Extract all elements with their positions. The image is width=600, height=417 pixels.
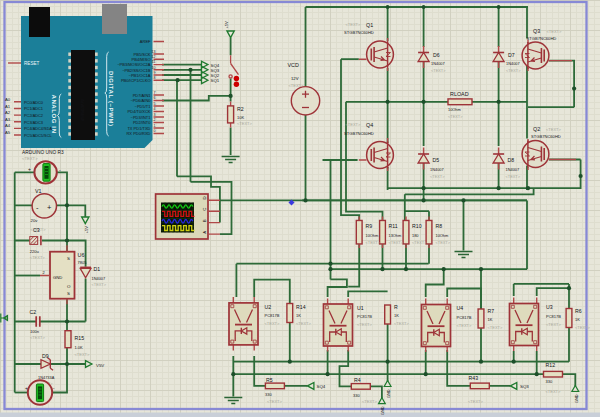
svg-text:GND: GND bbox=[381, 406, 385, 415]
svg-text:8: 8 bbox=[154, 76, 156, 80]
svg-text:A: A bbox=[202, 231, 207, 234]
svg-text:R8: R8 bbox=[436, 223, 443, 229]
svg-text:PC5/ADC5/SCL: PC5/ADC5/SCL bbox=[24, 133, 53, 138]
svg-text:20v: 20v bbox=[31, 218, 39, 223]
svg-text:R4: R4 bbox=[354, 377, 361, 383]
svg-text:<TEXT>: <TEXT> bbox=[30, 255, 46, 260]
svg-text:B: B bbox=[202, 219, 207, 222]
svg-text:C: C bbox=[202, 208, 207, 211]
svg-text:D1: D1 bbox=[94, 266, 101, 272]
svg-text:+5V: +5V bbox=[84, 226, 89, 234]
svg-text:330: 330 bbox=[353, 393, 360, 398]
svg-text:<TEXT>: <TEXT> bbox=[362, 399, 378, 404]
svg-text:<TEXT>: <TEXT> bbox=[296, 321, 312, 326]
svg-text:<TEXT>: <TEXT> bbox=[366, 240, 381, 245]
svg-text:D: D bbox=[202, 196, 207, 199]
svg-text:13: 13 bbox=[152, 50, 156, 54]
svg-text:U3: U3 bbox=[546, 304, 553, 310]
svg-text:PC3/ADC3: PC3/ADC3 bbox=[24, 120, 43, 125]
svg-text:1N4007: 1N4007 bbox=[430, 167, 444, 172]
svg-text:U4: U4 bbox=[457, 305, 464, 311]
svg-text:Q1: Q1 bbox=[366, 22, 373, 28]
svg-text:10Ohm: 10Ohm bbox=[436, 233, 449, 238]
svg-text:1: 1 bbox=[154, 124, 156, 128]
svg-text:+: + bbox=[28, 166, 31, 172]
svg-text:<TEXT>: <TEXT> bbox=[436, 240, 451, 245]
svg-text:RLOAD: RLOAD bbox=[450, 91, 469, 97]
svg-text:<TEXT>: <TEXT> bbox=[547, 29, 563, 34]
svg-text:A2: A2 bbox=[5, 110, 11, 115]
svg-text:R6: R6 bbox=[575, 308, 582, 314]
svg-text:D7: D7 bbox=[508, 52, 515, 58]
svg-text:U1: U1 bbox=[357, 305, 364, 311]
svg-text:330: 330 bbox=[546, 379, 553, 384]
svg-text:PC817B: PC817B bbox=[265, 313, 280, 318]
svg-text:GND: GND bbox=[387, 389, 391, 398]
svg-text:1.0K: 1.0K bbox=[75, 345, 84, 350]
svg-text:A3: A3 bbox=[5, 117, 11, 122]
svg-text:R: R bbox=[394, 304, 398, 310]
svg-text:GND: GND bbox=[575, 394, 579, 403]
svg-text:1N4007: 1N4007 bbox=[92, 276, 106, 281]
svg-text:11: 11 bbox=[152, 60, 156, 64]
svg-text:SQ1: SQ1 bbox=[211, 78, 220, 83]
svg-text:<TEXT>: <TEXT> bbox=[357, 322, 373, 327]
svg-text:<TEXT>: <TEXT> bbox=[546, 127, 562, 132]
svg-text:AREF: AREF bbox=[140, 39, 151, 44]
svg-text:S: S bbox=[67, 256, 70, 261]
svg-text:<TEXT>: <TEXT> bbox=[30, 335, 46, 340]
svg-text:+: + bbox=[25, 386, 28, 391]
svg-text:180: 180 bbox=[412, 233, 419, 238]
svg-text:V5V: V5V bbox=[96, 363, 104, 368]
svg-text:STGB7NC60HD: STGB7NC60HD bbox=[344, 30, 374, 35]
svg-text:SQ4: SQ4 bbox=[317, 384, 326, 389]
svg-text:PD4/T0/XCK: PD4/T0/XCK bbox=[128, 109, 151, 114]
svg-text:6: 6 bbox=[154, 96, 156, 100]
svg-text:4: 4 bbox=[154, 107, 156, 111]
svg-text:STGB7NC60HD: STGB7NC60HD bbox=[531, 134, 561, 139]
svg-text:7805: 7805 bbox=[78, 260, 88, 265]
svg-text:<TEXT>: <TEXT> bbox=[267, 399, 283, 404]
svg-text:<TEXT>: <TEXT> bbox=[346, 122, 362, 127]
svg-text:1K: 1K bbox=[575, 317, 580, 322]
svg-text:PB4/MISO: PB4/MISO bbox=[132, 57, 151, 62]
svg-text:220u: 220u bbox=[30, 249, 39, 254]
svg-text:D5: D5 bbox=[433, 157, 440, 163]
svg-text:PC817B: PC817B bbox=[546, 314, 561, 319]
svg-text:A1: A1 bbox=[5, 104, 11, 109]
svg-text:<TEXT>: <TEXT> bbox=[546, 322, 562, 327]
svg-text:<TEXT>: <TEXT> bbox=[488, 325, 504, 330]
svg-text:PC817B: PC817B bbox=[357, 314, 372, 319]
svg-text:R12: R12 bbox=[546, 362, 556, 368]
svg-text:STGB7NC60HD: STGB7NC60HD bbox=[344, 131, 374, 136]
svg-text:<TEXT>: <TEXT> bbox=[468, 399, 484, 404]
svg-text:1K: 1K bbox=[488, 317, 493, 322]
svg-text:10Ohm: 10Ohm bbox=[448, 107, 461, 112]
svg-text:<TEXT>: <TEXT> bbox=[430, 174, 445, 179]
svg-text:PC0/ADC0: PC0/ADC0 bbox=[24, 100, 44, 105]
svg-text:C2: C2 bbox=[30, 309, 37, 315]
svg-text:R43: R43 bbox=[469, 375, 479, 381]
svg-text:+: + bbox=[47, 203, 52, 212]
svg-text:<TEXT>: <TEXT> bbox=[265, 321, 281, 326]
svg-text:S: S bbox=[67, 291, 70, 296]
svg-text:DIGITAL (~PWM): DIGITAL (~PWM) bbox=[108, 71, 114, 127]
svg-text:PB0/ICP1/CLKO: PB0/ICP1/CLKO bbox=[121, 78, 151, 83]
svg-text:ARDUINO UNO R3: ARDUINO UNO R3 bbox=[22, 150, 64, 155]
svg-text:100n: 100n bbox=[30, 329, 39, 334]
svg-text:0: 0 bbox=[154, 129, 156, 133]
svg-text:RESET: RESET bbox=[24, 61, 40, 66]
svg-text:STGB7NC60HD: STGB7NC60HD bbox=[527, 36, 557, 41]
svg-text:1N4007: 1N4007 bbox=[431, 61, 445, 66]
svg-text:1N4733A: 1N4733A bbox=[38, 375, 55, 380]
svg-text:5: 5 bbox=[154, 102, 156, 106]
svg-text:D6: D6 bbox=[433, 52, 440, 58]
svg-text:<TEXT>: <TEXT> bbox=[75, 352, 91, 357]
svg-text:D8: D8 bbox=[508, 157, 515, 163]
svg-text:12: 12 bbox=[152, 55, 156, 59]
svg-text:<TEXT>: <TEXT> bbox=[346, 22, 362, 27]
svg-text:<TEXT>: <TEXT> bbox=[289, 83, 305, 88]
svg-text:1K: 1K bbox=[296, 313, 301, 318]
svg-text:U6: U6 bbox=[78, 252, 85, 258]
svg-text:<TEXT>: <TEXT> bbox=[575, 325, 591, 330]
